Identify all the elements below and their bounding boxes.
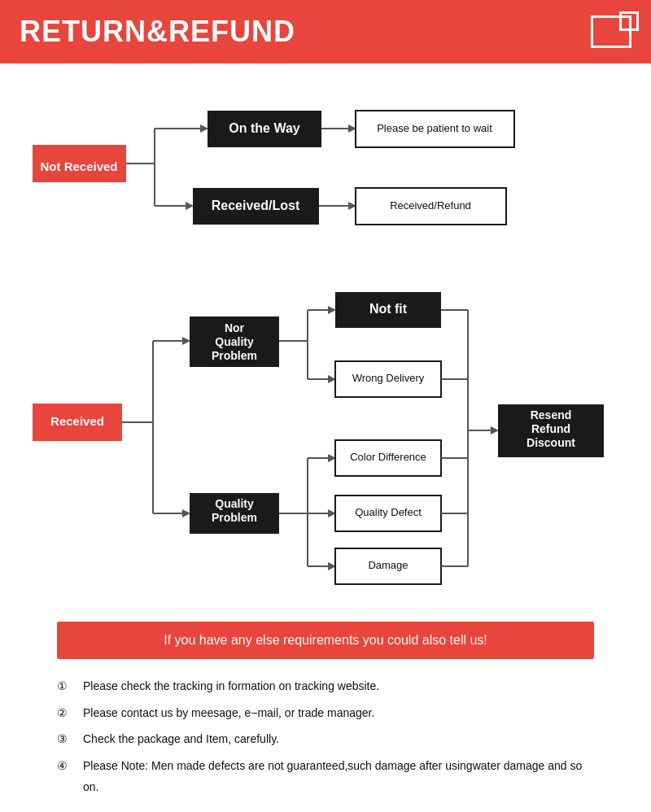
svg-text:Refund: Refund [531,422,570,435]
svg-text:Nor: Nor [225,321,245,334]
svg-text:Color Difference: Color Difference [350,451,426,463]
svg-marker-6 [200,124,208,133]
svg-marker-39 [328,306,336,314]
note-num-1: ① [57,675,75,697]
svg-text:Not Received: Not Received [40,159,117,173]
svg-text:Quality Defect: Quality Defect [355,506,422,518]
svg-text:Quality: Quality [215,335,254,348]
bottom-banner: If you have any else requirements you co… [57,622,594,659]
svg-text:Received/Refund: Received/Refund [390,199,471,212]
svg-marker-67 [491,426,499,434]
page-header: RETURN&REFUND [0,0,651,63]
note-num-4: ④ [57,755,75,798]
svg-text:Please be patient to wait: Please be patient to wait [377,122,492,134]
notes-list: ① Please check the tracking in formation… [57,675,594,798]
svg-marker-14 [186,202,194,210]
list-item: ① Please check the tracking in formation… [57,675,594,697]
svg-text:Problem: Problem [212,349,257,362]
header-decoration-icon [591,15,631,48]
svg-text:Resend: Resend [531,408,572,421]
list-item: ④ Please Note: Men made defects are not … [57,755,594,798]
svg-text:Damage: Damage [368,559,408,571]
page-title: RETURN&REFUND [20,15,295,49]
note-text-4: Please Note: Men made defects are not gu… [83,755,594,798]
note-text-1: Please check the tracking in formation o… [83,675,379,697]
svg-marker-32 [182,509,190,517]
svg-text:Quality: Quality [215,497,254,510]
list-item: ③ Check the package and Item, carefully. [57,728,594,750]
svg-text:Not fit: Not fit [369,302,408,316]
svg-marker-26 [182,337,190,345]
svg-text:Discount: Discount [526,436,575,449]
svg-text:Wrong Delivery: Wrong Delivery [352,372,425,384]
note-num-2: ② [57,702,75,724]
top-flowchart: Not Received On the Way Please be patien… [24,80,627,245]
svg-text:Received/Lost: Received/Lost [212,199,300,212]
bottom-flowchart: Received Nor Quality Problem Quality Pro… [24,245,627,605]
list-item: ② Please contact us by meesage, e−mail, … [57,702,594,724]
note-num-3: ③ [57,728,75,750]
note-text-2: Please contact us by meesage, e−mail, or… [83,702,374,724]
svg-text:Problem: Problem [212,511,257,524]
svg-text:Received: Received [50,414,104,428]
svg-text:On the Way: On the Way [229,121,300,135]
note-text-3: Check the package and Item, carefully. [83,728,279,750]
banner-text: If you have any else requirements you co… [164,633,487,647]
main-content: Not Received On the Way Please be patien… [0,63,651,812]
